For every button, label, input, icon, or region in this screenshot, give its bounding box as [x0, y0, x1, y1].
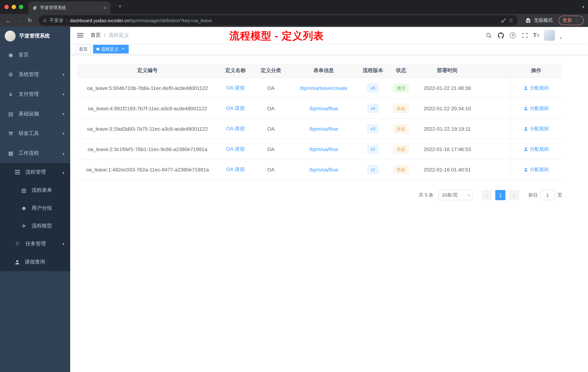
- sidebar-item-process-model[interactable]: ✈ 流程模型: [0, 217, 70, 235]
- chevron-up-icon: ▴: [62, 151, 64, 156]
- sidebar-item-user-group[interactable]: ☻ 用户分组: [0, 199, 70, 217]
- sidebar-item-system[interactable]: ⚙ 系统管理 ▾: [0, 65, 70, 85]
- cell-definition-id: oa_leave:5:004b710b-7b8a-11ec-8ef0-acde4…: [77, 85, 218, 91]
- cell-definition-id: oa_leave:2:3c1f0ef1-76b1-11ec-9c66-a2380…: [77, 146, 218, 152]
- incognito-icon: [525, 17, 531, 23]
- definition-name-link[interactable]: OA 请假: [226, 125, 245, 131]
- person-icon: [15, 259, 20, 265]
- sidebar-item-process-management[interactable]: 流程管理 ▴: [0, 163, 70, 181]
- column-header: 定义分类: [253, 67, 289, 74]
- assign-rule-link[interactable]: 分配规则: [524, 85, 549, 91]
- assign-rule-link[interactable]: 分配规则: [524, 125, 549, 132]
- avatar[interactable]: [544, 30, 555, 41]
- form-link[interactable]: /bpm/oa/flow: [309, 166, 338, 172]
- sidebar-item-payment[interactable]: ¥ 支付管理 ▾: [0, 85, 70, 104]
- security-label[interactable]: 不安全: [50, 17, 64, 24]
- font-size-icon[interactable]: TT: [533, 32, 539, 39]
- page-1-button[interactable]: 1: [495, 190, 505, 200]
- main-panel: 首页 / 流程定义 ?: [70, 27, 588, 372]
- address-bar[interactable]: ⚠ 不安全 | dashboard.yudao.iocoder.cn/bpm/m…: [39, 15, 518, 25]
- cell-deploy-time: 2022-01-16 17:46:53: [415, 146, 480, 152]
- cell-deploy-time: 2022-01-16 01:40:51: [415, 166, 480, 172]
- tag-process-definition[interactable]: 流程定义 ×: [93, 45, 129, 54]
- sidebar-item-workflow[interactable]: ▦ 工作流程 ▴: [0, 143, 70, 163]
- window-zoom-button[interactable]: [19, 5, 23, 9]
- goto-label: 前往: [528, 192, 538, 198]
- tab-search-caret-icon[interactable]: ▾: [582, 4, 584, 10]
- pagination: 共 5 条 10条/页 ▾ ‹ 1 › 前往 1 页: [77, 190, 562, 200]
- assign-rule-link[interactable]: 分配规则: [524, 166, 549, 173]
- definition-name-link[interactable]: OA 请假: [226, 166, 245, 172]
- chevron-down-icon: ▾: [62, 111, 64, 116]
- help-icon[interactable]: ?: [509, 32, 516, 39]
- window-controls: [0, 5, 28, 9]
- pagination-total: 共 5 条: [419, 192, 433, 198]
- tag-home[interactable]: 首页: [76, 45, 91, 54]
- form-link[interactable]: /bpm/oa/flow: [309, 126, 338, 131]
- assign-rule-link[interactable]: 分配规则: [524, 146, 549, 152]
- sidebar: 芋道管理系统 ◉ 首页 ⚙ 系统管理 ▾ ¥ 支付管理 ▾ ▤ 基础设施 ▾: [0, 27, 70, 372]
- cell-category: OA: [253, 105, 289, 111]
- user-icon: [524, 86, 528, 90]
- url-text: dashboard.yudao.iocoder.cn/bpm/manager/d…: [70, 18, 212, 23]
- cell-deploy-time: 2022-01-22 19:19:11: [415, 126, 480, 131]
- back-button[interactable]: ←: [3, 17, 13, 23]
- cell-definition-id: oa_leave:1:482ec033-762a-11ec-8477-a2380…: [77, 166, 218, 172]
- password-key-icon[interactable]: [501, 18, 506, 23]
- avatar-caret-icon[interactable]: ▾: [560, 36, 562, 41]
- incognito-badge: 无痕模式: [521, 17, 556, 24]
- tab-close-icon[interactable]: ×: [103, 5, 107, 10]
- version-tag: v4: [367, 104, 378, 113]
- update-button[interactable]: 更新 ⋮: [558, 16, 584, 25]
- form-link[interactable]: /bpm/oa/flow: [309, 146, 338, 152]
- breadcrumb-home[interactable]: 首页: [91, 32, 101, 39]
- tags-bar: 首页 流程定义 ×: [70, 44, 588, 55]
- definition-name-link[interactable]: OA 请假: [226, 85, 245, 90]
- window-minimize-button[interactable]: [12, 5, 16, 9]
- navbar-actions: ? TT ▾: [485, 30, 562, 41]
- server-icon: ▤: [8, 111, 14, 117]
- chevron-up-icon: ▴: [62, 170, 64, 175]
- definition-name-link[interactable]: OA 请假: [226, 146, 245, 152]
- yen-icon: ¥: [8, 91, 14, 97]
- breadcrumb: 首页 / 流程定义: [91, 32, 129, 39]
- user-icon: [524, 147, 528, 151]
- sidebar-toggle-icon[interactable]: [77, 35, 83, 36]
- sidebar-item-process-form[interactable]: ▥ 流程表单: [0, 181, 70, 199]
- sidebar-item-home[interactable]: ◉ 首页: [0, 45, 70, 65]
- submenu-workflow: 流程管理 ▴ ▥ 流程表单 ☻ 用户分组 ✈ 流程模型: [0, 163, 70, 271]
- prev-page-button[interactable]: ‹: [482, 190, 492, 200]
- browser-tab[interactable]: 芋道管理系统 ×: [28, 1, 111, 14]
- sidebar-item-task-management[interactable]: ⚐ 任务管理 ▾: [0, 235, 70, 253]
- sidebar-item-infrastructure[interactable]: ▤ 基础设施 ▾: [0, 104, 70, 124]
- next-page-button[interactable]: ›: [509, 190, 519, 200]
- bookmark-star-icon[interactable]: ☆: [509, 17, 514, 24]
- search-icon[interactable]: [485, 32, 492, 39]
- status-tag: 挂起: [393, 145, 409, 153]
- assign-rule-link[interactable]: 分配规则: [524, 105, 549, 111]
- new-tab-button[interactable]: +: [116, 3, 124, 10]
- goto-page-input[interactable]: 1: [540, 190, 555, 200]
- forward-button[interactable]: →: [14, 17, 24, 23]
- form-link[interactable]: /bpm/oa/leave/create: [300, 85, 347, 91]
- window-close-button[interactable]: [4, 5, 9, 9]
- table-row: oa_leave:5:004b710b-7b8a-11ec-8ef0-acde4…: [77, 78, 562, 98]
- chevron-down-icon: ▾: [62, 92, 64, 97]
- tag-close-icon[interactable]: ×: [120, 47, 126, 52]
- user-group-icon: ☻: [21, 205, 27, 211]
- submenu-process-management: ▥ 流程表单 ☻ 用户分组 ✈ 流程模型: [0, 181, 70, 235]
- sidebar-item-leave-query[interactable]: 请假查询: [0, 253, 70, 271]
- form-link[interactable]: /bpm/oa/flow: [309, 105, 338, 111]
- definition-name-link[interactable]: OA 请假: [226, 105, 245, 111]
- page-size-select[interactable]: 10条/页 ▾: [439, 190, 472, 200]
- reload-button[interactable]: ↻: [25, 17, 35, 24]
- user-icon: [524, 127, 528, 131]
- browser-menu-icon[interactable]: ⋮: [575, 18, 580, 23]
- fullscreen-icon[interactable]: [521, 32, 528, 39]
- incognito-label: 无痕模式: [534, 17, 553, 24]
- column-header: 部署时间: [415, 67, 480, 74]
- github-icon[interactable]: [497, 32, 504, 39]
- tab-favicon-icon: [32, 5, 37, 10]
- sidebar-item-devtools[interactable]: ⚒ 研发工具 ▾: [0, 124, 70, 143]
- column-header: 定义编号: [77, 67, 218, 74]
